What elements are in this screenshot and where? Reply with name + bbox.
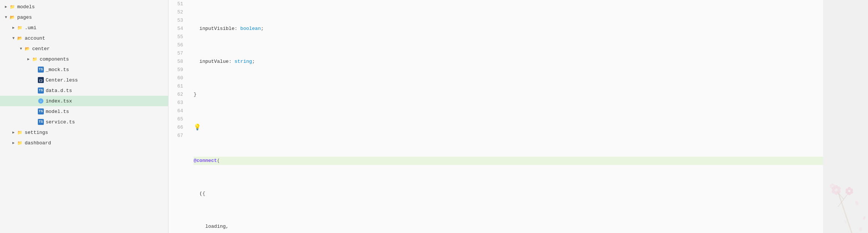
svg-point-27 [863, 216, 866, 220]
chevron-right-icon: ▶ [25, 56, 31, 62]
spacer [31, 67, 37, 73]
sidebar-item-label: data.d.ts [46, 88, 72, 93]
svg-text:⚛: ⚛ [40, 100, 42, 103]
chevron-right-icon: ▶ [10, 129, 16, 135]
code-line-57: loading, [194, 223, 823, 231]
svg-point-28 [844, 220, 847, 224]
right-decorative-panel [823, 0, 868, 233]
spacer [31, 108, 37, 114]
ts-file-icon: TS [37, 66, 44, 73]
svg-point-18 [848, 190, 850, 192]
code-line-55: @connect( [194, 157, 823, 165]
sidebar-item-dashboard[interactable]: ▶ 📁 dashboard [0, 138, 168, 148]
code-area[interactable]: 51 52 53 54 55 56 57 58 59 60 61 62 63 6… [169, 0, 823, 233]
chevron-down-icon: ▼ [18, 46, 24, 52]
code-lines: inputVisible: boolean; inputValue: strin… [189, 0, 823, 233]
folder-icon: 📁 [16, 129, 23, 136]
folder-icon: 📂 [16, 35, 23, 42]
chevron-right-icon: ▶ [10, 140, 16, 146]
folder-icon: 📂 [9, 14, 16, 21]
sidebar-item-label: components [40, 56, 69, 62]
tsx-file-icon: ⚛ [37, 98, 44, 104]
sidebar-item-mock-ts[interactable]: TS _mock.ts [0, 64, 168, 75]
sidebar-item-components[interactable]: ▶ 📁 components [0, 54, 168, 64]
code-line-52: inputValue: string; [194, 58, 823, 66]
folder-icon: 📁 [9, 3, 16, 10]
sidebar-item-model-ts[interactable]: TS model.ts [0, 106, 168, 117]
sidebar-item-umi[interactable]: ▶ 📁 .umi [0, 22, 168, 33]
sidebar-item-label: dashboard [25, 140, 51, 146]
folder-icon: 📁 [16, 24, 23, 31]
sidebar-item-models[interactable]: ▶ 📁 models [0, 1, 168, 12]
sidebar-item-label: .umi [25, 25, 36, 31]
sidebar-item-index-tsx[interactable]: ⚛ index.tsx [0, 96, 168, 106]
svg-point-26 [855, 200, 859, 206]
sidebar-item-center-less[interactable]: {} Center.less [0, 75, 168, 85]
file-tree: ▶ 📁 models ▼ 📂 pages ▶ 📁 .umi ▼ 📂 accoun… [0, 0, 169, 233]
sidebar-item-center[interactable]: ▼ 📂 center [0, 43, 168, 54]
code-line-56: ({ [194, 190, 823, 198]
sidebar-item-settings[interactable]: ▶ 📁 settings [0, 127, 168, 138]
ts-file-icon: TS [37, 119, 44, 125]
sidebar-item-label: account [25, 36, 45, 41]
sidebar-item-label: Center.less [46, 77, 78, 83]
bulb-icon: 💡 [194, 123, 201, 132]
sidebar-item-label: index.tsx [46, 98, 72, 104]
ts-file-icon: TS [37, 87, 44, 94]
chevron-right-icon: ▶ [3, 4, 9, 10]
chevron-down-icon: ▼ [3, 14, 9, 20]
sidebar-item-pages[interactable]: ▼ 📂 pages [0, 12, 168, 22]
svg-point-29 [859, 227, 862, 232]
spacer [31, 119, 37, 125]
less-file-icon: {} [37, 77, 44, 83]
folder-icon: 📁 [16, 140, 23, 146]
code-line-54: 💡 [194, 123, 823, 132]
code-line-51: inputVisible: boolean; [194, 25, 823, 33]
sidebar-item-label: models [17, 4, 35, 10]
chevron-down-icon: ▼ [10, 35, 16, 41]
code-line-53: } [194, 91, 823, 99]
sidebar-item-label: model.ts [46, 109, 69, 114]
svg-line-2 [838, 192, 853, 233]
sidebar-item-data-d-ts[interactable]: TS data.d.ts [0, 85, 168, 96]
sidebar-item-label: pages [17, 15, 32, 20]
spacer [31, 98, 37, 104]
sidebar-item-label: service.ts [46, 119, 75, 125]
sidebar-item-label: center [32, 46, 50, 52]
code-editor: 51 52 53 54 55 56 57 58 59 60 61 62 63 6… [169, 0, 823, 233]
sidebar-item-service-ts[interactable]: TS service.ts [0, 117, 168, 127]
spacer [31, 77, 37, 83]
decorative-flower-svg [823, 169, 868, 233]
svg-point-25 [832, 186, 833, 187]
line-numbers: 51 52 53 54 55 56 57 58 59 60 61 62 63 6… [169, 0, 189, 233]
svg-point-11 [835, 188, 838, 191]
ts-file-icon: TS [37, 108, 44, 115]
folder-icon: 📁 [31, 56, 38, 62]
svg-point-17 [846, 188, 849, 191]
folder-icon: 📂 [24, 45, 31, 52]
sidebar-item-account[interactable]: ▼ 📂 account [0, 33, 168, 43]
chevron-right-icon: ▶ [10, 25, 16, 31]
sidebar-item-label: settings [25, 130, 48, 135]
sidebar-item-label: _mock.ts [46, 67, 69, 73]
spacer [31, 88, 37, 93]
